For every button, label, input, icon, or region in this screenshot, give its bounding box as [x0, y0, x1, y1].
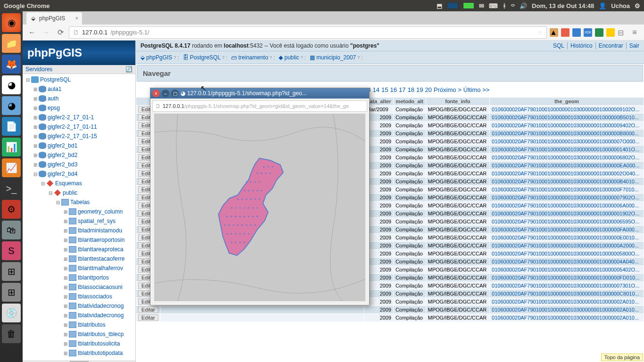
geom-link[interactable]: 0106000020AF7901000100000001030000000100…: [492, 315, 639, 321]
editar-button[interactable]: Editar: [138, 306, 158, 313]
tree-table-tblatributotipodata[interactable]: ⊞tblatributotipodata: [23, 348, 135, 358]
tree-table-tblatividadecronog[interactable]: ⊞tblatividadecronog: [23, 311, 135, 320]
geom-link[interactable]: 0106000020AF7901000100000001030000000100…: [492, 147, 639, 152]
sysmon2-icon[interactable]: [463, 2, 474, 9]
geom-link[interactable]: 0106000020AF7901000100000001030000000100…: [492, 251, 639, 256]
geom-link[interactable]: 0106000020AF7901000100000001030000000100…: [492, 283, 639, 288]
gear-icon[interactable]: ⚙: [635, 2, 640, 9]
ext7-icon[interactable]: ⊟: [618, 28, 626, 37]
workspace-icon[interactable]: ⊞: [2, 262, 21, 281]
refresh-icon[interactable]: 🔄: [125, 66, 132, 73]
forward-button[interactable]: →: [41, 27, 52, 38]
tree-db-gigfer2-2_17_01-15[interactable]: ⊞gigfer2-2_17_01-15: [23, 132, 135, 141]
skype-icon[interactable]: S: [2, 241, 21, 260]
geom-link[interactable]: 0106000020AF7901000100000001030000000100…: [492, 291, 639, 296]
chrome-icon[interactable]: ◕: [2, 75, 21, 94]
tree-table-tblanttareaproteca[interactable]: ⊞tblanttareaproteca: [23, 245, 135, 254]
crumb-municipio_2007[interactable]: ▦municipio_2007?:: [310, 54, 363, 61]
tree-table-tblassociacaosuni[interactable]: ⊞tblassociacaosuni: [23, 282, 135, 292]
close-tab-icon[interactable]: ×: [75, 15, 78, 22]
tree-db-gigfer2-2_17_01-11[interactable]: ⊞gigfer2-2_17_01-11: [23, 122, 135, 132]
tree-table-geometry_column[interactable]: ⊞geometry_column: [23, 207, 135, 216]
geom-link[interactable]: 0106000020AF7901000100000001030000000100…: [492, 243, 639, 248]
tree-table-spatial_ref_sys[interactable]: ⊞spatial_ref_sys: [23, 216, 135, 226]
popup-min-icon[interactable]: –: [162, 90, 169, 97]
col-fonte_info[interactable]: fonte_info: [426, 98, 490, 106]
geom-link[interactable]: 0106000020AF7901000100000001030000000100…: [492, 227, 639, 232]
reload-button[interactable]: ⟳: [55, 27, 66, 38]
tree-schema-public[interactable]: ⊟public: [23, 188, 135, 197]
geom-link[interactable]: 0106000020AF7901000100000001030000000100…: [492, 211, 639, 216]
writer-icon[interactable]: 📄: [2, 117, 21, 136]
tree-tables[interactable]: ⊟Tabelas: [23, 197, 135, 207]
geom-link[interactable]: 0106000020AF7901000100000001030000000100…: [492, 163, 639, 168]
calc-icon[interactable]: 📊: [2, 138, 21, 156]
page-19[interactable]: 19: [416, 86, 423, 93]
geom-link[interactable]: 0106000020AF7901000100000001030000000100…: [492, 123, 639, 128]
firefox-icon[interactable]: 🦊: [2, 55, 21, 74]
tree-table-tblanttaeroportosin[interactable]: ⊞tblanttaeroportosin: [23, 235, 135, 245]
mail-icon[interactable]: ✉: [479, 2, 484, 9]
bluetooth-icon[interactable]: ᚼ: [503, 2, 506, 9]
geom-link[interactable]: 0106000020AF7901000100000001030000000100…: [492, 219, 639, 224]
crumb-PostgreSQL[interactable]: 🗄PostgreSQL?:: [183, 54, 228, 61]
geom-link[interactable]: 0106000020AF7901000100000001030000000100…: [492, 179, 639, 184]
geom-link[interactable]: 0106000020AF7901000100000001030000000100…: [492, 307, 639, 313]
crumb-public[interactable]: ◆public?:: [279, 54, 306, 61]
geom-link[interactable]: 0106000020AF7901000100000001030000000100…: [492, 155, 639, 160]
tree-server[interactable]: ⊟PostgreSQL: [23, 75, 135, 84]
tree-table-tbladministamodu[interactable]: ⊞tbladministamodu: [23, 226, 135, 235]
page-15[interactable]: 15: [381, 86, 388, 93]
username[interactable]: Uchoa: [611, 2, 630, 9]
tree-db-gigfer2_bd4[interactable]: ⊟gigfer2_bd4: [23, 169, 135, 179]
geom-link[interactable]: 0106000020AF7901000100000001030000000100…: [492, 139, 639, 144]
ext5-icon[interactable]: [595, 28, 603, 37]
geom-link[interactable]: 0106000020AF7901000100000001030000000100…: [492, 235, 639, 240]
tree-table-tblatividadecronog[interactable]: ⊞tblatividadecronog: [23, 301, 135, 311]
page-14[interactable]: 14: [373, 86, 380, 93]
geom-link[interactable]: 0106000020AF7901000100000001030000000100…: [492, 131, 639, 136]
tree-db-gigfer2_bd1[interactable]: ⊞gigfer2_bd1: [23, 141, 135, 150]
geom-link[interactable]: 0106000020AF7901000100000001030000000100…: [492, 259, 639, 264]
media-icon[interactable]: 💿: [2, 304, 21, 322]
crumb-phpPgGIS[interactable]: ⬙phpPgGIS?:: [140, 54, 179, 61]
status-link-histórico[interactable]: Histórico: [567, 42, 593, 49]
popup-max-icon[interactable]: ▢: [171, 90, 179, 97]
volume-icon[interactable]: 🔊: [520, 2, 527, 9]
page-20[interactable]: 20: [425, 86, 431, 93]
geom-link[interactable]: 0106000020AF7901000100000001030000000100…: [492, 115, 639, 120]
map-canvas[interactable]: [154, 114, 365, 301]
user-icon[interactable]: 👤: [599, 2, 606, 9]
tree-db-epsg[interactable]: ⊞epsg: [23, 103, 135, 113]
back-button[interactable]: ←: [26, 27, 38, 38]
tree-db-gigfer2_bd2[interactable]: ⊞gigfer2_bd2: [23, 150, 135, 160]
tree-table-tblatributosolicita[interactable]: ⊞tblatributosolicita: [23, 339, 135, 348]
tree-table-tblatributos[interactable]: ⊞tblatributos: [23, 320, 135, 329]
col-the_geom[interactable]: the_geom: [490, 98, 644, 106]
geom-link[interactable]: 0106000020AF7901000100000001030000000100…: [492, 275, 639, 280]
ext1-icon[interactable]: ▲: [550, 28, 558, 37]
status-link-sql[interactable]: SQL: [550, 42, 564, 49]
chromium-icon[interactable]: ◕: [2, 96, 21, 115]
tree-table-tblanttmalhaferrov[interactable]: ⊞tblanttmalhaferrov: [23, 263, 135, 273]
trash-icon[interactable]: 🗑: [2, 324, 21, 343]
wifi-icon[interactable]: ⌔: [511, 2, 515, 9]
popup-titlebar[interactable]: × – ▢ ◕ 127.0.0.1/phppggis-5.1/showmap.p…: [150, 88, 369, 99]
address-bar[interactable]: 🗋 127.0.0.1/phppggis-5.1/ ☆: [69, 26, 547, 39]
tree-db-auth[interactable]: ⊞auth: [23, 94, 135, 103]
page-18[interactable]: 18: [407, 86, 414, 93]
tree-table-tblassociados[interactable]: ⊞tblassociados: [23, 292, 135, 301]
geom-link[interactable]: 0106000020AF7901000100000001030000000100…: [492, 267, 639, 272]
terminal-icon[interactable]: >_: [2, 179, 21, 198]
tree-table-tblanttestacaoferre[interactable]: ⊞tblanttestacaoferre: [23, 254, 135, 263]
ext2-icon[interactable]: [561, 28, 570, 37]
page-17[interactable]: 17: [399, 86, 405, 93]
page-next[interactable]: Próximo >: [434, 86, 462, 93]
browser-tab[interactable]: ⬙ phpPgGIS ×: [26, 12, 82, 25]
status-link-sair[interactable]: Sair: [626, 42, 639, 49]
geom-link[interactable]: 0106000020AF7901000100000001030000000100…: [492, 107, 639, 112]
tree-table-tblanttportos[interactable]: ⊞tblanttportos: [23, 273, 135, 282]
software-icon[interactable]: 🛍: [2, 221, 21, 239]
status-link-encontrar[interactable]: Encontrar: [595, 42, 623, 49]
app2-icon[interactable]: ⊞: [2, 283, 21, 302]
